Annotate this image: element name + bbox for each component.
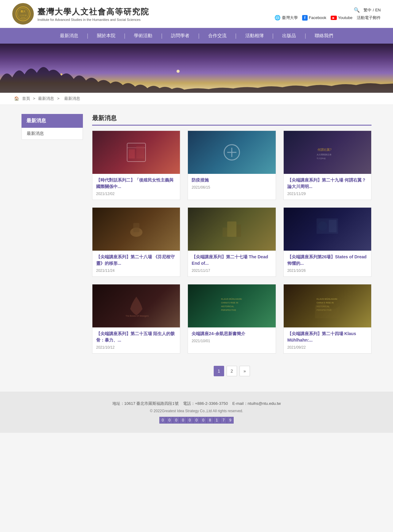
lang-selector[interactable]: 繁中 / EN [364, 7, 381, 13]
news-card[interactable]: The Bones Of Strangers 【尖端講座系列】第二十五場 陌生人… [92, 284, 180, 354]
nav-item-academic[interactable]: 學術活動 [125, 28, 161, 44]
svg-rect-22 [329, 220, 337, 232]
youtube-link[interactable]: ▶ Youtube [331, 15, 352, 20]
news-area: 最新消息 【時代對話系列二】「後殖民女性主義與國際關係中... 2021/12/… [92, 114, 372, 382]
activity-mail-link[interactable]: 活動電子郵件 [357, 15, 381, 21]
news-grid: 【時代對話系列二】「後殖民女性主義與國際關係中... 2021/12/02 防疫… [92, 131, 372, 354]
news-card[interactable]: 【尖端講座系列】第二十七場 The Dead End of... 2021/11… [188, 207, 276, 277]
news-card-body: 【尖端講座系列】第二十四場 Klaus Mühlhahn:... 2021/09… [284, 327, 371, 353]
logo-area: 臺大 人文社會 高研院 臺灣大學人文社會高等研究院 Institute for … [12, 3, 149, 25]
activity-mail-label: 活動電子郵件 [357, 15, 381, 21]
counter-digit: 0 [180, 417, 186, 424]
breadcrumb-home[interactable]: 首頁 [22, 96, 30, 101]
nav-item-scholars[interactable]: 訪問學者 [162, 28, 198, 44]
svg-text:高研院: 高研院 [21, 17, 25, 19]
news-card-title: 【尖端講座系列第26場】States of Dread 怖懼的... [287, 254, 368, 267]
svg-point-0 [16, 7, 30, 21]
logo-emblem: 臺大 人文社會 高研院 [12, 3, 34, 25]
svg-text:大川周明與日本: 大川周明與日本 [317, 154, 332, 156]
news-thumbnail: 何謂右翼? 大川周明與日本 千六百年史 [284, 131, 371, 174]
news-card-body: 防疫措施 2021/06/15 [188, 174, 275, 193]
page-next-button[interactable]: » [239, 366, 250, 376]
news-card-title: 【尖端講座系列】第二十四場 Klaus Mühlhahn:... [287, 331, 368, 343]
news-thumbnail [284, 208, 371, 251]
news-card-body: 【尖端講座系列】第二十七場 The Dead End of... 2021/11… [188, 251, 275, 276]
svg-point-6 [177, 70, 180, 73]
svg-rect-19 [236, 225, 241, 237]
counter-digit: 0 [200, 417, 207, 424]
svg-point-21 [318, 221, 327, 231]
news-card-title: 【時代對話系列二】「後殖民女性主義與國際關係中... [96, 177, 176, 190]
main-nav: 最新消息 | 關於本院 | 學術活動 | 訪問學者 | 合作交流 | 活動相簿 … [0, 28, 393, 44]
news-card-date: 2021/11/29 [287, 192, 368, 196]
footer-email: E-mail：ntuihs@ntu.edu.tw [232, 401, 281, 406]
search-icon[interactable]: 🔍 [354, 7, 360, 13]
news-card-body: 【尖端講座系列】第二十五場 陌生人的骸骨：暴力、... 2021/10/12 [92, 327, 180, 353]
news-card[interactable]: 【尖端講座系列第26場】States of Dread 怖懼的... 2021/… [283, 207, 372, 277]
svg-text:HISTORICAL: HISTORICAL [221, 305, 234, 307]
breadcrumb-sep1: > [33, 96, 35, 101]
svg-text:The Bones Of Strangers: The Bones Of Strangers [126, 315, 149, 317]
page-2-button[interactable]: 2 [227, 366, 237, 376]
svg-text:臺大: 臺大 [21, 10, 26, 13]
sidebar-title: 最新消息 [21, 114, 83, 128]
news-card-date: 2021/09/22 [287, 345, 368, 350]
nav-item-publications[interactable]: 出版品 [274, 28, 305, 44]
svg-rect-18 [223, 228, 227, 237]
news-card[interactable]: KLAUS MÜHLHAHN: CHINA'S RISE IN HISTORIC… [283, 284, 372, 354]
top-right-area: 🔍 繁中 / EN 🌐 臺灣大學 f Facebook ▶ Y [274, 7, 381, 21]
nav-item-news[interactable]: 最新消息 [51, 28, 87, 44]
sidebar-item-news[interactable]: 最新消息 [21, 128, 83, 140]
news-card-title: 【尖端講座系列】第二十八場 《芬尼根守靈》的移形... [96, 254, 176, 267]
news-card-date: 2021/12/02 [96, 192, 176, 196]
news-card-body: 【時代對話系列二】「後殖民女性主義與國際關係中... 2021/12/02 [92, 174, 180, 200]
page-1-button[interactable]: 1 [214, 366, 224, 376]
news-card-date: 2021/11/17 [192, 268, 272, 273]
news-card-title: 尖端講座24-余凱思新書簡介 [192, 331, 272, 337]
top-icons: 🔍 繁中 / EN [354, 7, 381, 13]
svg-text:PERSPECTIVE: PERSPECTIVE [221, 309, 236, 311]
site-subtitle: Institute for Advanced Studies in the Hu… [37, 18, 149, 22]
news-thumbnail: KLAUS MÜHLHAHN: CHINA'S RISE IN HISTORIC… [188, 284, 275, 327]
counter-digit: 1 [213, 417, 220, 424]
news-card-date: 2021/06/15 [192, 185, 272, 190]
svg-text:何謂右翼?: 何謂右翼? [317, 148, 332, 151]
news-card-body: 【尖端講座系列】第二十九場 何謂右翼？論大川周明... 2021/11/29 [284, 174, 371, 200]
facebook-link[interactable]: f Facebook [302, 15, 326, 21]
lang-en[interactable]: EN [375, 8, 381, 12]
news-thumbnail: KLAUS MÜHLHAHN: CHINA'S RISE IN HISTORIC… [284, 284, 371, 327]
globe-icon: 🌐 [274, 15, 281, 21]
nav-item-cooperation[interactable]: 合作交流 [200, 28, 235, 44]
news-card-date: 2021/10/12 [96, 345, 176, 350]
youtube-icon: ▶ [331, 16, 337, 20]
news-card-date: 2021/10/01 [192, 339, 272, 343]
news-thumbnail: The Bones Of Strangers [92, 284, 180, 327]
news-card[interactable]: KLAUS MÜHLHAHN: CHINA'S RISE IN HISTORIC… [188, 284, 276, 354]
nav-item-about[interactable]: 關於本院 [88, 28, 124, 44]
breadcrumb-news[interactable]: 最新消息 [38, 96, 54, 101]
ntu-link[interactable]: 🌐 臺灣大學 [274, 15, 298, 21]
lang-zh[interactable]: 繁中 [364, 7, 372, 13]
facebook-label: Facebook [309, 15, 326, 20]
counter-digit: 8 [207, 417, 213, 424]
main-content: 最新消息 最新消息 最新消息 【時代對話系列二】「後殖民女性主義與國際關係中..… [12, 114, 381, 382]
news-card[interactable]: 【時代對話系列二】「後殖民女性主義與國際關係中... 2021/12/02 [92, 131, 180, 200]
nav-item-gallery[interactable]: 活動相簿 [237, 28, 272, 44]
counter-digit: 0 [159, 417, 166, 424]
home-icon: 🏠 [14, 96, 19, 101]
news-card[interactable]: 【尖端講座系列】第二十八場 《芬尼根守靈》的移形... 2021/11/24 [92, 207, 180, 277]
footer: 地址：10617 臺北市羅斯福路四段1號 電話：+886-2-3366-3750… [0, 392, 393, 433]
news-card-date: 2021/10/26 [287, 268, 368, 273]
counter-digit: 9 [227, 417, 234, 424]
facebook-icon: f [302, 15, 308, 21]
news-card-body: 【尖端講座系列第26場】States of Dread 怖懼的... 2021/… [284, 251, 371, 276]
news-card-body: 【尖端講座系列】第二十八場 《芬尼根守靈》的移形... 2021/11/24 [92, 251, 180, 276]
news-thumbnail [188, 208, 275, 251]
hero-banner [0, 44, 393, 93]
nav-item-contact[interactable]: 聯絡我們 [306, 28, 342, 44]
news-card-title: 【尖端講座系列】第二十五場 陌生人的骸骨：暴力、... [96, 331, 176, 343]
news-card[interactable]: 防疫措施 2021/06/15 [188, 131, 276, 200]
social-links: 🌐 臺灣大學 f Facebook ▶ Youtube 活動電子郵件 [274, 15, 381, 21]
news-card[interactable]: 何謂右翼? 大川周明與日本 千六百年史 【尖端講座系列】第二十九場 何謂右翼？論… [283, 131, 372, 200]
svg-rect-17 [227, 221, 236, 237]
